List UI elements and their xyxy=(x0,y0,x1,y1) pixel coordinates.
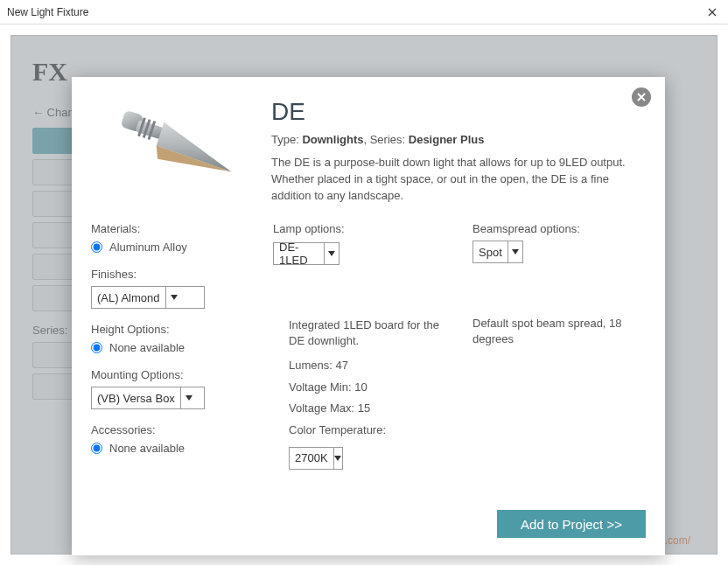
spec-lumens: Lumens: 47 xyxy=(289,355,457,377)
color-temp-value: 2700K xyxy=(290,448,333,470)
product-modal: DE Type: Downlights, Series: Designer Pl… xyxy=(72,77,665,555)
materials-label: Materials: xyxy=(91,222,257,235)
product-typeline: Type: Downlights, Series: Designer Plus xyxy=(271,133,646,146)
height-radio[interactable]: None available xyxy=(91,341,257,354)
chevron-down-icon xyxy=(333,448,342,469)
accessories-radio-input[interactable] xyxy=(91,443,102,454)
color-temp-label: Color Temperature: xyxy=(289,420,457,442)
add-to-project-button[interactable]: Add to Project >> xyxy=(497,510,646,538)
chevron-down-icon xyxy=(324,243,339,264)
finishes-select[interactable]: (AL) Almond xyxy=(91,286,205,309)
beamspread-select[interactable]: Spot xyxy=(472,241,523,263)
height-value: None available xyxy=(109,341,185,354)
accessories-value: None available xyxy=(109,442,185,455)
mounting-value: (VB) Versa Box xyxy=(92,392,180,405)
materials-radio-input[interactable] xyxy=(91,241,102,253)
spec-voltage-max: Voltage Max: 15 xyxy=(289,398,457,420)
chevron-down-icon xyxy=(165,287,183,308)
height-label: Height Options: xyxy=(91,323,257,336)
beamspread-label: Beamspread options: xyxy=(472,222,646,235)
color-temp-select[interactable]: 2700K xyxy=(289,447,343,470)
window-title: New Light Fixture xyxy=(7,6,88,18)
chevron-down-icon xyxy=(180,387,198,408)
beamspread-description: Default spot beam spread, 18 degrees xyxy=(472,263,646,346)
product-image xyxy=(91,98,257,212)
modal-close-button[interactable] xyxy=(632,87,651,107)
lamp-label: Lamp options: xyxy=(273,222,457,235)
lamp-description: Integrated 1LED board for the DE downlig… xyxy=(289,317,457,348)
finishes-label: Finishes: xyxy=(91,268,257,281)
height-radio-input[interactable] xyxy=(91,342,102,353)
window-close-button[interactable] xyxy=(704,3,721,21)
product-description: The DE is a purpose-built down light tha… xyxy=(271,155,646,205)
product-title: DE xyxy=(271,98,646,126)
lamp-value: DE-1LED xyxy=(274,241,324,267)
mounting-select[interactable]: (VB) Versa Box xyxy=(91,387,205,409)
spec-voltage-min: Voltage Min: 10 xyxy=(289,377,457,399)
materials-radio[interactable]: Aluminum Alloy xyxy=(91,241,257,254)
lamp-select[interactable]: DE-1LED xyxy=(273,242,340,265)
accessories-radio[interactable]: None available xyxy=(91,442,257,455)
materials-value: Aluminum Alloy xyxy=(109,241,187,254)
beamspread-value: Spot xyxy=(473,246,508,259)
window-titlebar: New Light Fixture xyxy=(0,0,728,24)
accessories-label: Accessories: xyxy=(91,423,257,436)
finishes-value: (AL) Almond xyxy=(92,291,165,304)
mounting-label: Mounting Options: xyxy=(91,368,257,381)
chevron-down-icon xyxy=(508,241,522,262)
